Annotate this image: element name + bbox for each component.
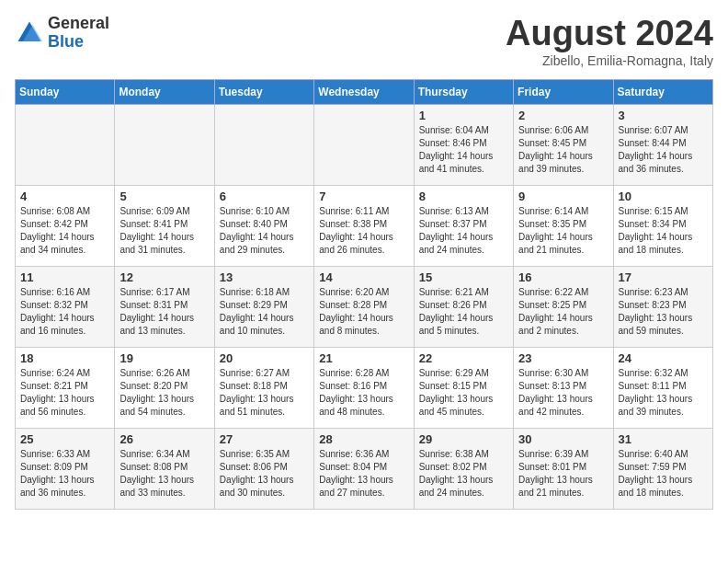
day-number: 27 [220, 432, 309, 446]
weekday-header-sunday: Sunday [16, 79, 115, 104]
day-number: 7 [319, 190, 408, 203]
day-number: 8 [419, 190, 508, 203]
day-number: 5 [119, 190, 209, 203]
day-info: Sunrise: 6:16 AM Sunset: 8:32 PM Dayligh… [20, 286, 109, 338]
day-info: Sunrise: 6:22 AM Sunset: 8:25 PM Dayligh… [518, 286, 608, 338]
logo: General Blue [15, 15, 109, 52]
weekday-header-saturday: Saturday [613, 79, 712, 104]
day-info: Sunrise: 6:27 AM Sunset: 8:18 PM Dayligh… [220, 367, 309, 419]
page-header: General Blue August 2024 Zibello, Emilia… [15, 15, 713, 68]
day-info: Sunrise: 6:32 AM Sunset: 8:11 PM Dayligh… [619, 367, 708, 419]
day-number: 12 [119, 270, 209, 284]
weekday-header-wednesday: Wednesday [314, 79, 414, 104]
calendar-cell: 5Sunrise: 6:09 AM Sunset: 8:41 PM Daylig… [115, 185, 214, 266]
calendar-cell: 12Sunrise: 6:17 AM Sunset: 8:31 PM Dayli… [115, 266, 214, 347]
calendar-cell: 10Sunrise: 6:15 AM Sunset: 8:34 PM Dayli… [613, 185, 712, 266]
day-info: Sunrise: 6:08 AM Sunset: 8:42 PM Dayligh… [20, 205, 109, 257]
day-number: 15 [419, 270, 508, 284]
day-info: Sunrise: 6:21 AM Sunset: 8:26 PM Dayligh… [419, 286, 508, 338]
day-info: Sunrise: 6:36 AM Sunset: 8:04 PM Dayligh… [319, 448, 408, 500]
day-number: 18 [20, 351, 109, 365]
day-info: Sunrise: 6:30 AM Sunset: 8:13 PM Dayligh… [518, 367, 608, 419]
day-number: 9 [518, 190, 608, 203]
day-number: 23 [518, 351, 608, 365]
calendar-cell: 24Sunrise: 6:32 AM Sunset: 8:11 PM Dayli… [613, 347, 712, 428]
week-row-1: 1Sunrise: 6:04 AM Sunset: 8:46 PM Daylig… [16, 104, 713, 185]
day-info: Sunrise: 6:09 AM Sunset: 8:41 PM Dayligh… [119, 205, 209, 257]
day-number: 29 [419, 432, 508, 446]
calendar-cell: 25Sunrise: 6:33 AM Sunset: 8:09 PM Dayli… [16, 428, 115, 509]
calendar-cell: 7Sunrise: 6:11 AM Sunset: 8:38 PM Daylig… [314, 185, 414, 266]
day-info: Sunrise: 6:06 AM Sunset: 8:45 PM Dayligh… [518, 124, 608, 176]
day-info: Sunrise: 6:15 AM Sunset: 8:34 PM Dayligh… [619, 205, 708, 257]
week-row-5: 25Sunrise: 6:33 AM Sunset: 8:09 PM Dayli… [16, 428, 713, 509]
calendar-cell: 26Sunrise: 6:34 AM Sunset: 8:08 PM Dayli… [115, 428, 214, 509]
calendar-cell: 11Sunrise: 6:16 AM Sunset: 8:32 PM Dayli… [16, 266, 115, 347]
day-info: Sunrise: 6:28 AM Sunset: 8:16 PM Dayligh… [319, 367, 408, 419]
day-info: Sunrise: 6:23 AM Sunset: 8:23 PM Dayligh… [619, 286, 708, 338]
logo-blue: Blue [48, 32, 84, 51]
calendar-cell: 2Sunrise: 6:06 AM Sunset: 8:45 PM Daylig… [514, 104, 613, 185]
calendar-table: SundayMondayTuesdayWednesdayThursdayFrid… [15, 79, 713, 510]
calendar-cell: 31Sunrise: 6:40 AM Sunset: 7:59 PM Dayli… [613, 428, 712, 509]
calendar-cell: 4Sunrise: 6:08 AM Sunset: 8:42 PM Daylig… [16, 185, 115, 266]
calendar-cell: 18Sunrise: 6:24 AM Sunset: 8:21 PM Dayli… [16, 347, 115, 428]
calendar-cell: 8Sunrise: 6:13 AM Sunset: 8:37 PM Daylig… [414, 185, 513, 266]
calendar-cell: 6Sunrise: 6:10 AM Sunset: 8:40 PM Daylig… [214, 185, 313, 266]
day-number: 11 [20, 270, 109, 284]
day-info: Sunrise: 6:13 AM Sunset: 8:37 PM Dayligh… [419, 205, 508, 257]
calendar-cell: 14Sunrise: 6:20 AM Sunset: 8:28 PM Dayli… [314, 266, 414, 347]
day-number: 24 [619, 351, 708, 365]
weekday-header-friday: Friday [514, 79, 613, 104]
day-info: Sunrise: 6:38 AM Sunset: 8:02 PM Dayligh… [419, 448, 508, 500]
day-number: 28 [319, 432, 408, 446]
day-number: 16 [518, 270, 608, 284]
calendar-cell: 21Sunrise: 6:28 AM Sunset: 8:16 PM Dayli… [314, 347, 414, 428]
day-info: Sunrise: 6:34 AM Sunset: 8:08 PM Dayligh… [119, 448, 209, 500]
day-info: Sunrise: 6:07 AM Sunset: 8:44 PM Dayligh… [619, 124, 708, 176]
day-number: 25 [20, 432, 109, 446]
logo-general: General [48, 14, 109, 32]
weekday-header-thursday: Thursday [414, 79, 513, 104]
calendar-cell: 30Sunrise: 6:39 AM Sunset: 8:01 PM Dayli… [514, 428, 613, 509]
weekday-header-tuesday: Tuesday [214, 79, 313, 104]
day-number: 30 [518, 432, 608, 446]
weekday-header-row: SundayMondayTuesdayWednesdayThursdayFrid… [16, 79, 713, 104]
day-info: Sunrise: 6:39 AM Sunset: 8:01 PM Dayligh… [518, 448, 608, 500]
calendar-cell [115, 104, 214, 185]
calendar-cell [16, 104, 115, 185]
day-number: 17 [619, 270, 708, 284]
day-number: 19 [119, 351, 209, 365]
day-number: 26 [119, 432, 209, 446]
day-info: Sunrise: 6:10 AM Sunset: 8:40 PM Dayligh… [220, 205, 309, 257]
day-info: Sunrise: 6:33 AM Sunset: 8:09 PM Dayligh… [20, 448, 109, 500]
calendar-cell: 16Sunrise: 6:22 AM Sunset: 8:25 PM Dayli… [514, 266, 613, 347]
day-number: 31 [619, 432, 708, 446]
week-row-3: 11Sunrise: 6:16 AM Sunset: 8:32 PM Dayli… [16, 266, 713, 347]
calendar-cell: 15Sunrise: 6:21 AM Sunset: 8:26 PM Dayli… [414, 266, 513, 347]
calendar-cell: 29Sunrise: 6:38 AM Sunset: 8:02 PM Dayli… [414, 428, 513, 509]
day-number: 22 [419, 351, 508, 365]
title-block: August 2024 Zibello, Emilia-Romagna, Ita… [506, 15, 713, 68]
day-info: Sunrise: 6:26 AM Sunset: 8:20 PM Dayligh… [119, 367, 209, 419]
day-info: Sunrise: 6:18 AM Sunset: 8:29 PM Dayligh… [220, 286, 309, 338]
day-number: 3 [619, 109, 708, 122]
calendar-cell [214, 104, 313, 185]
day-info: Sunrise: 6:04 AM Sunset: 8:46 PM Dayligh… [419, 124, 508, 176]
day-number: 10 [619, 190, 708, 203]
week-row-2: 4Sunrise: 6:08 AM Sunset: 8:42 PM Daylig… [16, 185, 713, 266]
day-info: Sunrise: 6:11 AM Sunset: 8:38 PM Dayligh… [319, 205, 408, 257]
day-number: 4 [20, 190, 109, 203]
calendar-cell: 1Sunrise: 6:04 AM Sunset: 8:46 PM Daylig… [414, 104, 513, 185]
month-title: August 2024 [506, 15, 713, 53]
week-row-4: 18Sunrise: 6:24 AM Sunset: 8:21 PM Dayli… [16, 347, 713, 428]
day-info: Sunrise: 6:17 AM Sunset: 8:31 PM Dayligh… [119, 286, 209, 338]
day-number: 1 [419, 109, 508, 122]
calendar-cell: 17Sunrise: 6:23 AM Sunset: 8:23 PM Dayli… [613, 266, 712, 347]
logo-icon [15, 18, 44, 48]
day-info: Sunrise: 6:14 AM Sunset: 8:35 PM Dayligh… [518, 205, 608, 257]
weekday-header-monday: Monday [115, 79, 214, 104]
calendar-cell: 19Sunrise: 6:26 AM Sunset: 8:20 PM Dayli… [115, 347, 214, 428]
calendar-cell [314, 104, 414, 185]
day-number: 14 [319, 270, 408, 284]
